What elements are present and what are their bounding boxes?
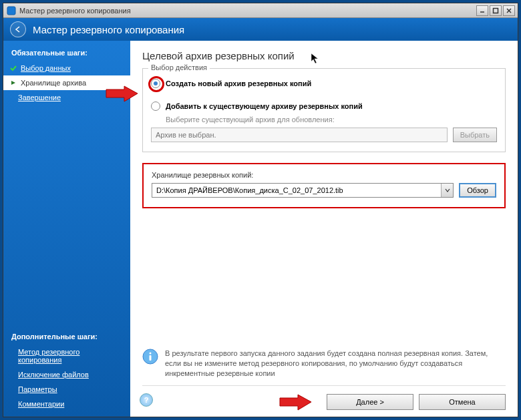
sidebar-item-label: Хранилище архива bbox=[21, 79, 86, 87]
svg-rect-7 bbox=[150, 355, 152, 361]
sidebar-step-finish[interactable]: Завершение bbox=[3, 90, 130, 105]
sidebar-group-additional: Дополнительные шаги: bbox=[3, 330, 130, 345]
sidebar-item-label: Метод резервного копирования bbox=[18, 348, 122, 364]
sidebar-item-label: Исключение файлов bbox=[18, 371, 89, 379]
svg-line-4 bbox=[507, 9, 511, 13]
help-button[interactable]: ? bbox=[140, 393, 153, 407]
info-icon bbox=[142, 349, 158, 365]
sidebar-item-label: Завершение bbox=[18, 93, 61, 101]
sidebar: Обязательные шаги: Выбор данных Хранилищ… bbox=[3, 41, 130, 417]
chevron-down-icon[interactable] bbox=[441, 184, 453, 197]
storage-group: Хранилище резервных копий: Обзор bbox=[142, 163, 506, 208]
sidebar-item-label: Комментарии bbox=[18, 400, 64, 408]
fieldset-legend: Выбор действия bbox=[148, 63, 210, 71]
sidebar-item-label: Параметры bbox=[18, 385, 57, 393]
svg-rect-0 bbox=[7, 7, 15, 15]
storage-path-combo[interactable] bbox=[152, 183, 454, 198]
back-button[interactable] bbox=[10, 21, 26, 37]
header-bar: Мастер резервного копирования bbox=[3, 18, 518, 41]
svg-line-3 bbox=[507, 9, 511, 13]
sidebar-extra-params[interactable]: Параметры bbox=[3, 382, 130, 397]
header-title: Мастер резервного копирования bbox=[33, 24, 184, 35]
titlebar: Мастер резервного копирования bbox=[3, 3, 518, 18]
info-block: В результате первого запуска данного зад… bbox=[142, 342, 506, 379]
browse-button[interactable]: Обзор bbox=[459, 183, 496, 198]
cursor-icon bbox=[311, 53, 320, 65]
radio-create-new[interactable] bbox=[151, 79, 160, 88]
page-heading: Целевой архив резервных копий bbox=[142, 50, 506, 61]
footer-buttons: Далее > Отмена bbox=[142, 385, 506, 410]
storage-path-input[interactable] bbox=[152, 183, 454, 198]
append-hint: Выберите существующий архив для обновлен… bbox=[166, 116, 497, 124]
append-archive-input[interactable] bbox=[151, 128, 448, 142]
sidebar-group-mandatory: Обязательные шаги: bbox=[3, 46, 130, 61]
storage-label: Хранилище резервных копий: bbox=[152, 171, 496, 179]
cancel-button[interactable]: Отмена bbox=[419, 394, 506, 410]
info-text: В результате первого запуска данного зад… bbox=[165, 349, 506, 379]
content-panel: Целевой архив резервных копий Выбор дейс… bbox=[130, 41, 518, 417]
highlight-circle bbox=[148, 76, 164, 92]
sidebar-extra-method[interactable]: Метод резервного копирования bbox=[3, 345, 130, 367]
window-title: Мастер резервного копирования bbox=[19, 7, 476, 15]
app-icon bbox=[6, 5, 17, 16]
append-browse-button[interactable]: Выбрать bbox=[453, 128, 497, 142]
close-button[interactable] bbox=[503, 5, 515, 16]
radio-create-label: Создать новый архив резервных копий bbox=[166, 79, 311, 87]
svg-rect-2 bbox=[494, 8, 498, 13]
sidebar-extra-comments[interactable]: Комментарии bbox=[3, 397, 130, 411]
radio-append-label: Добавить к существующему архиву резервны… bbox=[166, 102, 363, 110]
next-button[interactable]: Далее > bbox=[327, 394, 413, 410]
radio-append[interactable] bbox=[151, 101, 160, 111]
sidebar-extra-exclude[interactable]: Исключение файлов bbox=[3, 367, 130, 382]
sidebar-step-storage[interactable]: Хранилище архива bbox=[3, 75, 130, 90]
sidebar-step-data[interactable]: Выбор данных bbox=[3, 61, 130, 75]
maximize-button[interactable] bbox=[490, 5, 502, 16]
minimize-button[interactable] bbox=[476, 5, 488, 16]
check-icon bbox=[9, 64, 18, 72]
action-fieldset: Выбор действия Создать новый архив резер… bbox=[142, 68, 506, 152]
sidebar-item-label: Выбор данных bbox=[21, 64, 71, 72]
svg-point-6 bbox=[150, 353, 152, 355]
arrow-right-icon bbox=[9, 79, 18, 86]
